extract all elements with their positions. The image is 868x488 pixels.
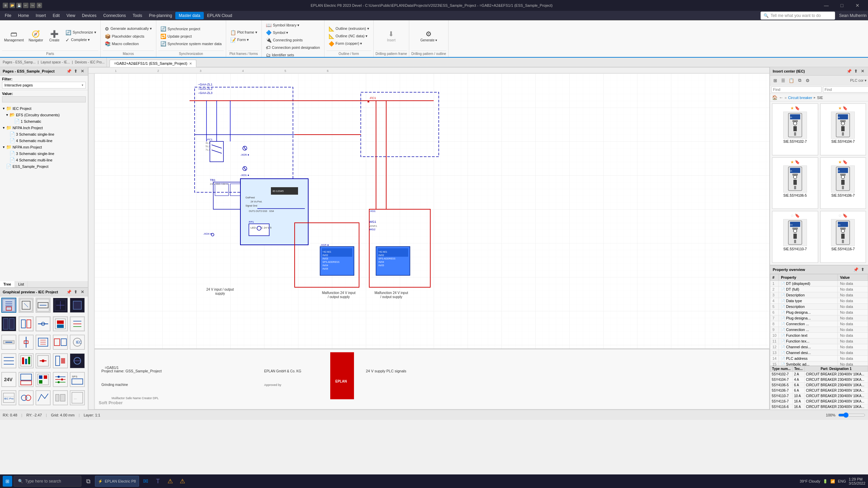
- menu-insert[interactable]: Insert: [32, 12, 49, 19]
- management-button[interactable]: 🗃 Management: [2, 24, 26, 48]
- sync-system-button[interactable]: 🔄 Synchronize system master data: [158, 40, 224, 47]
- menu-devices[interactable]: Devices: [79, 12, 100, 19]
- prop-row[interactable]: 12 📄Channel desi... No data: [770, 344, 868, 350]
- parts-row[interactable]: 5SY4106-5 6 A CIRCUIT BREAKER 230/400V 1…: [770, 383, 868, 388]
- card5-star-icon[interactable]: ☆: [790, 213, 794, 218]
- quick-access-4[interactable]: ↪: [30, 3, 35, 8]
- card2-star-icon[interactable]: ★: [838, 106, 842, 111]
- connecting-points-button[interactable]: 🔌 Connecting points: [264, 37, 322, 43]
- thumb-19[interactable]: [53, 353, 68, 368]
- thumb-6[interactable]: [1, 316, 16, 331]
- menu-eplancloud[interactable]: EPLAN Cloud: [204, 12, 236, 19]
- thumb-29[interactable]: [53, 390, 68, 405]
- form-button[interactable]: 📝 Form ▾: [228, 37, 259, 43]
- bc-circuit-breaker[interactable]: Circuit breaker: [788, 96, 812, 100]
- find-input-right[interactable]: [823, 86, 868, 93]
- symbol-library-button[interactable]: 📖 Symbol library ▾: [264, 22, 322, 28]
- component-card-3[interactable]: ★ 🔖 6A SIE.5SY4106-5: [772, 157, 818, 209]
- back-icon[interactable]: ←: [779, 95, 783, 100]
- menu-preplanning[interactable]: Pre-planning: [145, 12, 175, 19]
- symbol-button[interactable]: 🔷 Symbol ▾: [264, 29, 322, 36]
- gp-close-icon[interactable]: ✕: [80, 289, 85, 295]
- thumb-26[interactable]: IEC Pro: [1, 390, 16, 405]
- component-card-1[interactable]: ★ 🔖 2A SIE.5SY4102-7: [772, 103, 818, 155]
- taskbar-search[interactable]: 🔍 Type here to search: [14, 476, 81, 487]
- prop-row[interactable]: 14 📄PLC address No data: [770, 356, 868, 362]
- synchronize-button[interactable]: 🔄 Synchronize ▾: [63, 29, 98, 36]
- maximize-button[interactable]: □: [834, 0, 850, 11]
- generate-button[interactable]: ⚙ Generate ▾: [418, 24, 439, 48]
- taskbar-teams-icon[interactable]: T: [153, 476, 163, 487]
- close-button[interactable]: ✕: [850, 0, 865, 11]
- gp-pin-icon[interactable]: 📌: [66, 289, 72, 295]
- card1-bookmark-icon[interactable]: 🔖: [795, 106, 800, 111]
- thumb-12[interactable]: [19, 335, 34, 350]
- find-input-left[interactable]: [771, 86, 822, 93]
- component-card-6[interactable]: ☆ 🔖 16A SIE.5SY4116-7: [820, 211, 866, 263]
- thumb-30[interactable]: ...: [70, 390, 85, 405]
- thumb-14[interactable]: [53, 335, 68, 350]
- navigator-button[interactable]: 🧭 Navigator: [26, 24, 45, 48]
- po-pin-icon[interactable]: 📌: [853, 267, 859, 272]
- prop-row[interactable]: 11 📄Function tex... No data: [770, 338, 868, 344]
- conn-point-desig-button[interactable]: 🏷 Connection point designation: [264, 44, 322, 51]
- thumb-25[interactable]: SPS: [70, 372, 85, 387]
- tree-item-efs[interactable]: ▼ 📂 EFS (Circuitry documents): [0, 112, 88, 118]
- thumb-23[interactable]: [36, 372, 51, 387]
- outline-extrusion-button[interactable]: 📐 Outline (extrusion) ▾: [327, 25, 371, 32]
- prop-row[interactable]: 9 📄Connection ... No data: [770, 327, 868, 333]
- card2-bookmark-icon[interactable]: 🔖: [843, 106, 848, 111]
- thumb-28[interactable]: [36, 390, 51, 405]
- rt-list-icon[interactable]: ☰: [780, 77, 787, 84]
- parts-row[interactable]: 5SY4106-7 6 A CIRCUIT BREAKER 230/400V 1…: [770, 388, 868, 393]
- quick-access-1[interactable]: 📂: [9, 3, 15, 8]
- identifier-sets-button[interactable]: 🗂 Identifier sets: [264, 52, 322, 58]
- quick-access-2[interactable]: 💾: [16, 3, 22, 8]
- thumb-5[interactable]: [70, 298, 85, 313]
- schematic-svg[interactable]: Project name: GSS_Sample_Project Grindin…: [95, 74, 769, 409]
- panel-pin-icon[interactable]: 📌: [66, 69, 72, 74]
- thumb-27[interactable]: [19, 390, 34, 405]
- thumb-21[interactable]: 24V: [1, 372, 16, 387]
- prop-row[interactable]: 4 📄Data type No data: [770, 298, 868, 304]
- component-card-4[interactable]: ★ 🔖 6A SIE.5SY4106-7: [820, 157, 866, 209]
- filter-dropdown[interactable]: Interactive pages ▾: [2, 82, 86, 89]
- menu-tools[interactable]: Tools: [129, 12, 145, 19]
- thumb-22[interactable]: [19, 372, 34, 387]
- component-card-2[interactable]: ★ 🔖 4A SIE.5SY4104-7: [820, 103, 866, 155]
- update-project-button[interactable]: 🔁 Update project: [158, 33, 224, 40]
- create-button[interactable]: ➕ Create: [46, 24, 63, 48]
- thumb-7[interactable]: [19, 316, 34, 331]
- prop-row[interactable]: 8 📄Connection ... No data: [770, 321, 868, 327]
- prop-row[interactable]: 15 📄Symbolic ad... No data: [770, 362, 868, 366]
- prop-row[interactable]: 13 📄Channel desi... No data: [770, 350, 868, 356]
- parts-row[interactable]: 5SY4110-7 10 A CIRCUIT BREAKER 230/400V …: [770, 393, 868, 399]
- tree-item-ess[interactable]: 📄 ESS_Sample_Project: [0, 163, 88, 170]
- layout-tab[interactable]: Layout space - IE...: [41, 60, 70, 64]
- macro-collection-button[interactable]: 📚 Macro collection: [103, 40, 154, 47]
- home-icon[interactable]: 🏠: [772, 95, 777, 100]
- rt-grid-icon[interactable]: ⊞: [771, 77, 779, 84]
- tree-item-nfpa-mm[interactable]: ▼ 📁 NFPA mm Project: [0, 144, 88, 150]
- minimize-button[interactable]: —: [818, 0, 834, 11]
- menu-connections[interactable]: Connections: [100, 12, 130, 19]
- rt-settings-icon[interactable]: ⚙: [804, 77, 811, 84]
- taskbar-outlook-icon[interactable]: ✉: [140, 476, 151, 487]
- component-card-5[interactable]: ☆ 🔖 10A SIE.5SY4110-7: [772, 211, 818, 263]
- tab-list[interactable]: List: [15, 281, 28, 287]
- prop-row[interactable]: 10 📄Function text No data: [770, 333, 868, 338]
- taskbar-warning1-icon[interactable]: ⚠: [165, 476, 176, 487]
- card1-star-icon[interactable]: ★: [790, 106, 794, 111]
- tab-tree[interactable]: Tree: [0, 281, 15, 287]
- card3-bookmark-icon[interactable]: 🔖: [795, 160, 800, 164]
- card3-star-icon[interactable]: ★: [790, 160, 794, 164]
- tree-item-nfpa-multi[interactable]: 📄 4 Schematic multi-line: [0, 137, 88, 144]
- card6-bookmark-icon[interactable]: 🔖: [843, 213, 848, 218]
- menu-view[interactable]: View: [63, 12, 79, 19]
- thumb-10[interactable]: [70, 316, 85, 331]
- gp-expand-icon[interactable]: ⬆: [73, 289, 78, 295]
- thumb-11[interactable]: [1, 335, 16, 350]
- thumb-4[interactable]: [53, 298, 68, 313]
- outline-nc-button[interactable]: 📐 Outline (NC data) ▾: [327, 33, 371, 40]
- complete-button[interactable]: ✓ Complete ▾: [63, 37, 98, 43]
